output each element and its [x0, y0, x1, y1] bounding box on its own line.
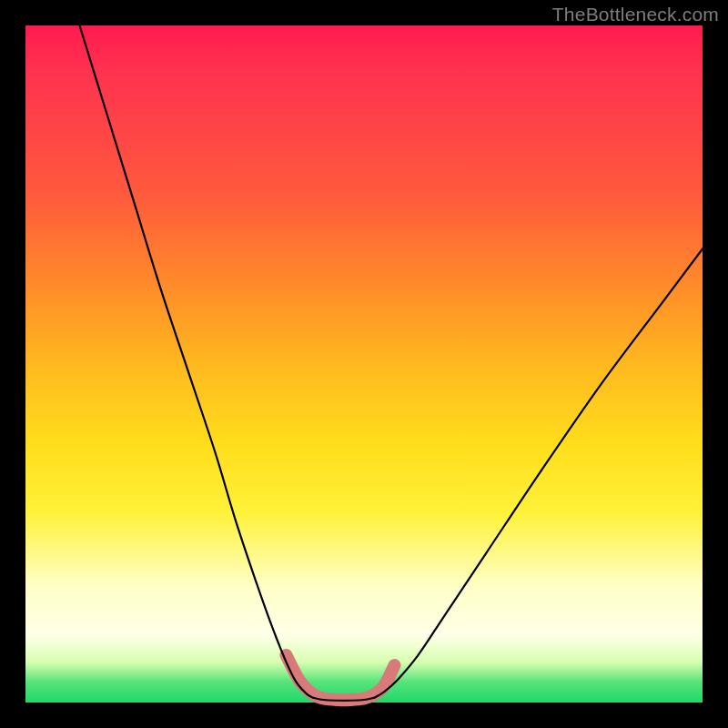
watermark-text: TheBottleneck.com	[552, 4, 719, 25]
highlight-overlay	[286, 655, 394, 700]
curve-left-branch	[80, 25, 314, 698]
curve-right-branch	[374, 249, 703, 698]
outer-frame: TheBottleneck.com	[0, 0, 728, 728]
chart-svg	[25, 25, 703, 703]
plot-area	[25, 25, 703, 703]
